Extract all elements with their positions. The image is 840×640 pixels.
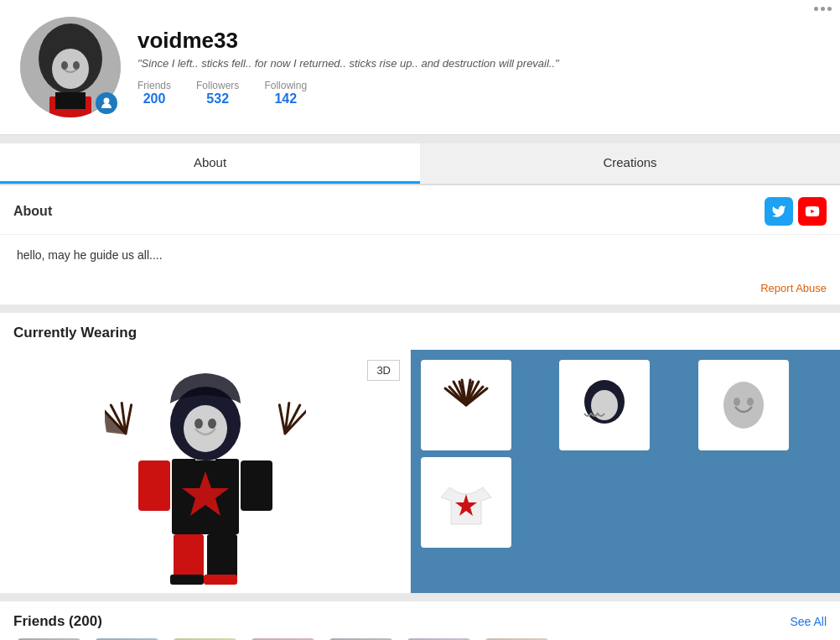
- twitter-button[interactable]: [765, 197, 793, 226]
- btn-3d[interactable]: 3D: [367, 360, 400, 381]
- twitter-icon: [771, 204, 786, 219]
- avatar-3d-area: 3D: [0, 350, 411, 593]
- avatar-container: [20, 17, 121, 117]
- item-card-2[interactable]: [559, 360, 650, 450]
- stat-following[interactable]: Following 142: [264, 80, 307, 107]
- following-value: 142: [264, 91, 307, 107]
- about-header: About: [0, 185, 840, 235]
- friends-title: Friends (200): [13, 613, 102, 630]
- stat-followers[interactable]: Followers 532: [196, 80, 239, 107]
- person-icon: [100, 96, 113, 110]
- friends-value: 200: [137, 91, 171, 107]
- report-abuse-link[interactable]: Report Abuse: [760, 282, 827, 294]
- followers-label: Followers: [196, 80, 239, 91]
- profile-stats: Friends 200 Followers 532 Following 142: [137, 80, 820, 107]
- svg-rect-6: [55, 92, 86, 109]
- about-title: About: [13, 204, 52, 219]
- wearing-container: 3D: [0, 350, 840, 593]
- svg-rect-12: [241, 460, 272, 511]
- svg-point-3: [61, 61, 68, 70]
- svg-rect-11: [138, 460, 170, 511]
- dots-menu[interactable]: [814, 7, 832, 11]
- following-label: Following: [264, 80, 307, 91]
- profile-header-bar: voidme33 "Since I left.. sticks fell.. f…: [0, 0, 840, 135]
- dot-2: [821, 7, 825, 11]
- youtube-button[interactable]: [798, 197, 827, 226]
- svg-point-21: [208, 419, 216, 429]
- wearing-section: Currently Wearing 3D: [0, 313, 840, 593]
- youtube-icon: [805, 204, 820, 219]
- tab-about[interactable]: About: [0, 143, 420, 184]
- svg-point-28: [734, 398, 740, 406]
- svg-rect-15: [170, 575, 204, 585]
- svg-rect-13: [174, 534, 204, 580]
- dot-3: [827, 7, 832, 11]
- wearing-title: Currently Wearing: [0, 313, 840, 350]
- item-card-3[interactable]: [698, 360, 789, 450]
- svg-point-7: [104, 98, 110, 104]
- item-mask-icon: [710, 372, 777, 439]
- friends-section: Friends (200) See All ... ... ...: [0, 601, 840, 640]
- dot-1: [814, 7, 818, 11]
- profile-username: voidme33: [137, 28, 820, 54]
- profile-info: voidme33 "Since I left.. sticks fell.. f…: [137, 28, 820, 107]
- svg-point-4: [73, 61, 80, 70]
- profile-bio: "Since I left.. sticks fell.. for now I …: [137, 57, 820, 70]
- svg-point-2: [52, 49, 89, 89]
- friends-label: Friends: [137, 80, 171, 91]
- page-wrapper: voidme33 "Since I left.. sticks fell.. f…: [0, 0, 840, 640]
- svg-point-19: [184, 405, 227, 452]
- friends-header: Friends (200) See All: [0, 601, 840, 638]
- item-hood-icon: [571, 372, 638, 439]
- svg-point-20: [194, 419, 203, 429]
- avatar-3d-placeholder: [96, 358, 314, 585]
- tab-creations[interactable]: Creations: [420, 143, 840, 184]
- see-all-link[interactable]: See All: [790, 615, 827, 628]
- item-shirt-icon: [433, 469, 500, 536]
- item-card-1[interactable]: [421, 360, 511, 450]
- svg-rect-16: [204, 575, 237, 585]
- items-grid: [411, 350, 840, 593]
- main-content: About Creations About: [0, 143, 840, 640]
- item-card-4[interactable]: [421, 457, 511, 548]
- about-section: About hello, may he guide us: [0, 185, 840, 304]
- svg-point-27: [723, 382, 764, 429]
- social-icons: [765, 197, 827, 226]
- stat-friends[interactable]: Friends 200: [137, 80, 171, 107]
- item-claws-icon: [433, 372, 500, 439]
- tab-bar: About Creations: [0, 143, 840, 185]
- avatar-badge: [96, 92, 117, 114]
- about-bio: hello, may he guide us all....: [0, 235, 840, 278]
- report-abuse-row: Report Abuse: [0, 278, 840, 304]
- character-3d-svg: [105, 358, 306, 585]
- profile-header: voidme33 "Since I left.. sticks fell.. f…: [0, 0, 840, 135]
- svg-point-29: [747, 398, 754, 406]
- followers-value: 532: [196, 91, 239, 107]
- svg-rect-14: [207, 534, 237, 580]
